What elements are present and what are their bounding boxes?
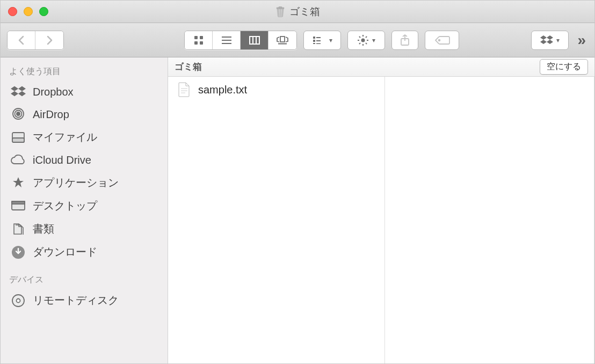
disc-icon [10,294,26,308]
chevron-down-icon: ▾ [372,37,375,44]
tags-button[interactable] [425,31,459,50]
finder-window: ゴミ箱 [0,0,595,364]
svg-line-26 [366,43,367,44]
nav-buttons [7,31,64,50]
toolbar-overflow-button[interactable]: » [575,32,588,49]
sidebar-item-icloud[interactable]: iCloud Drive [1,149,168,171]
sidebar-item-label: AirDrop [33,108,69,121]
applications-icon [10,176,26,190]
toolbar: ▾ ▾ ▾ » [1,23,594,57]
svg-rect-16 [313,43,315,44]
sidebar-item-label: マイファイル [33,130,97,144]
arrange-button[interactable]: ▾ [303,31,341,50]
svg-line-25 [359,36,360,37]
sidebar-item-label: デスクトップ [33,199,97,213]
sidebar-item-label: 書類 [33,222,54,236]
icon-view-button[interactable] [185,31,213,49]
window-title-text: ゴミ箱 [289,5,320,19]
sidebar-section-header-favorites: よく使う項目 [1,63,168,81]
svg-rect-18 [316,40,321,41]
svg-line-27 [359,43,360,44]
sidebar-item-label: iCloud Drive [33,154,91,166]
dropbox-icon [10,85,26,99]
downloads-icon [10,245,26,259]
traffic-lights [8,7,48,16]
close-button[interactable] [8,7,17,16]
minimize-button[interactable] [24,7,33,16]
path-title: ゴミ箱 [175,61,202,73]
sidebar: よく使う項目 Dropbox AirDrop マイファイル iCloud Dri… [1,57,168,363]
svg-rect-2 [194,36,198,39]
sidebar-item-applications[interactable]: アプリケーション [1,171,168,194]
sidebar-item-remotedisc[interactable]: リモートディスク [1,289,168,312]
svg-rect-4 [194,41,198,45]
svg-rect-37 [12,201,25,204]
window-title: ゴミ箱 [1,5,594,19]
sidebar-item-myfiles[interactable]: マイファイル [1,126,168,149]
svg-point-20 [361,38,365,42]
empty-trash-button[interactable]: 空にする [540,59,588,75]
column-view: sample.txt [168,77,594,363]
svg-rect-14 [313,37,315,39]
svg-rect-0 [277,8,284,9]
titlebar[interactable]: ゴミ箱 [1,1,594,23]
column-2[interactable] [385,77,594,363]
sidebar-item-downloads[interactable]: ダウンロード [1,241,168,264]
svg-rect-12 [280,37,285,42]
svg-point-40 [17,299,20,302]
sidebar-section-header-devices: デバイス [1,271,168,289]
sidebar-item-label: アプリケーション [33,176,119,190]
chevron-down-icon: ▾ [556,37,560,44]
airdrop-icon [10,107,26,121]
forward-button[interactable] [35,31,63,49]
file-row[interactable]: sample.txt [168,77,384,103]
sidebar-item-label: ダウンロード [33,245,97,259]
column-1[interactable]: sample.txt [168,77,385,363]
chevron-down-icon: ▾ [329,37,332,44]
svg-point-31 [17,112,20,115]
list-view-button[interactable] [213,31,241,49]
trash-icon [275,6,285,17]
pathbar: ゴミ箱 空にする [168,57,594,77]
dropbox-toolbar-button[interactable]: ▾ [531,31,569,50]
svg-rect-17 [316,37,321,38]
sidebar-item-label: Dropbox [33,86,74,98]
svg-rect-15 [313,40,315,42]
svg-rect-35 [12,138,24,142]
main-area: ゴミ箱 空にする sample.txt [168,57,594,363]
svg-line-28 [366,36,367,37]
svg-rect-5 [200,41,203,45]
back-button[interactable] [8,31,35,49]
zoom-button[interactable] [39,7,48,16]
svg-point-30 [439,39,440,41]
myfiles-icon [10,130,26,144]
svg-rect-19 [316,43,321,44]
sidebar-item-label: リモートディスク [33,293,119,308]
coverflow-view-button[interactable] [269,31,296,49]
svg-rect-3 [200,36,203,39]
share-button[interactable] [391,31,418,50]
documents-icon [10,222,26,236]
sidebar-item-documents[interactable]: 書類 [1,217,168,241]
desktop-icon [10,199,26,213]
sidebar-item-airdrop[interactable]: AirDrop [1,103,168,126]
action-button[interactable]: ▾ [347,31,385,50]
svg-rect-9 [250,37,259,44]
text-file-icon [178,82,191,97]
svg-rect-1 [279,6,282,8]
file-name: sample.txt [198,84,247,96]
sidebar-item-dropbox[interactable]: Dropbox [1,81,168,103]
icloud-icon [10,153,26,167]
column-view-button[interactable] [241,31,269,49]
view-mode-buttons [184,31,297,50]
sidebar-item-desktop[interactable]: デスクトップ [1,194,168,217]
